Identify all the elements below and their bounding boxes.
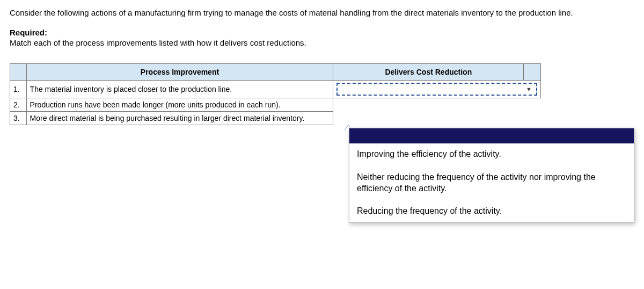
- process-cell: More direct material is being purchased …: [26, 111, 333, 125]
- process-cell: The material inventory is placed closer …: [26, 80, 333, 98]
- required-label: Required:: [10, 28, 634, 37]
- answer-cell-hidden: [333, 111, 541, 125]
- header-process: Process Improvement: [26, 63, 333, 80]
- dropdown-blank-option[interactable]: [349, 128, 634, 143]
- dropdown-option[interactable]: Neither reducing the frequency of the ac…: [349, 167, 634, 200]
- table-row: 2. Production runs have been made longer…: [10, 98, 541, 111]
- row-number: 1.: [10, 80, 27, 98]
- dropdown-option[interactable]: Reducing the frequency of the activity.: [349, 200, 634, 222]
- row-number: 2.: [10, 98, 27, 111]
- process-cell: Production runs have been made longer (m…: [26, 98, 333, 111]
- header-delivers: Delivers Cost Reduction: [333, 63, 524, 80]
- question-table: Process Improvement Delivers Cost Reduct…: [10, 63, 541, 125]
- dropdown-option[interactable]: Improving the efficiency of the activity…: [349, 143, 634, 165]
- dropdown-panel[interactable]: Improving the efficiency of the activity…: [349, 128, 634, 223]
- table-row: 3. More direct material is being purchas…: [10, 111, 541, 125]
- answer-cell-hidden: [333, 98, 541, 111]
- instruction-text: Match each of the process improvements l…: [10, 38, 634, 47]
- table-row: 1. The material inventory is placed clos…: [10, 80, 541, 98]
- chevron-down-icon: ▼: [526, 86, 532, 92]
- header-corner: [10, 63, 27, 80]
- header-caret-space: [524, 63, 541, 80]
- header-row: Process Improvement Delivers Cost Reduct…: [10, 63, 541, 80]
- row-number: 3.: [10, 111, 27, 125]
- answer-dropdown-1[interactable]: ▼: [333, 80, 541, 98]
- intro-paragraph: Consider the following actions of a manu…: [10, 8, 621, 18]
